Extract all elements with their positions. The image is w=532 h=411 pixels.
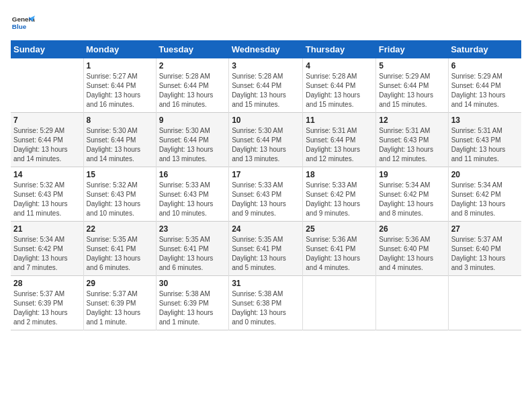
day-number: 3	[232, 61, 300, 71]
day-number: 24	[232, 224, 300, 234]
day-info: Sunrise: 5:29 AM Sunset: 6:44 PM Dayligh…	[379, 72, 445, 109]
day-number: 29	[87, 279, 153, 288]
day-number: 20	[451, 170, 519, 179]
calendar-cell: 16Sunrise: 5:33 AM Sunset: 6:43 PM Dayli…	[156, 167, 228, 222]
calendar-header-row: SundayMondayTuesdayWednesdayThursdayFrid…	[11, 40, 521, 58]
calendar-cell: 7Sunrise: 5:29 AM Sunset: 6:44 PM Daylig…	[11, 113, 83, 167]
day-number: 18	[306, 170, 373, 179]
day-info: Sunrise: 5:37 AM Sunset: 6:40 PM Dayligh…	[451, 235, 519, 273]
day-number: 14	[13, 170, 81, 179]
day-info: Sunrise: 5:32 AM Sunset: 6:43 PM Dayligh…	[13, 181, 81, 218]
calendar-cell: 8Sunrise: 5:30 AM Sunset: 6:44 PM Daylig…	[83, 113, 156, 167]
calendar-cell	[11, 58, 83, 113]
calendar-week-row: 1Sunrise: 5:27 AM Sunset: 6:44 PM Daylig…	[11, 58, 521, 113]
day-info: Sunrise: 5:31 AM Sunset: 6:44 PM Dayligh…	[306, 126, 373, 164]
day-number: 23	[159, 224, 226, 234]
day-number: 30	[159, 279, 226, 288]
day-info: Sunrise: 5:38 AM Sunset: 6:38 PM Dayligh…	[232, 289, 300, 327]
calendar-cell: 24Sunrise: 5:35 AM Sunset: 6:41 PM Dayli…	[229, 222, 303, 276]
day-number: 26	[379, 224, 445, 234]
calendar-table: SundayMondayTuesdayWednesdayThursdayFrid…	[11, 40, 521, 330]
calendar-cell: 27Sunrise: 5:37 AM Sunset: 6:40 PM Dayli…	[448, 222, 521, 276]
day-number: 11	[306, 116, 373, 125]
calendar-cell: 11Sunrise: 5:31 AM Sunset: 6:44 PM Dayli…	[303, 113, 376, 167]
calendar-cell: 10Sunrise: 5:30 AM Sunset: 6:44 PM Dayli…	[229, 113, 303, 167]
day-info: Sunrise: 5:34 AM Sunset: 6:42 PM Dayligh…	[451, 181, 519, 218]
calendar-cell: 1Sunrise: 5:27 AM Sunset: 6:44 PM Daylig…	[83, 58, 156, 113]
day-info: Sunrise: 5:33 AM Sunset: 6:43 PM Dayligh…	[159, 181, 226, 218]
day-info: Sunrise: 5:34 AM Sunset: 6:42 PM Dayligh…	[379, 181, 445, 218]
day-number: 13	[451, 116, 519, 125]
day-info: Sunrise: 5:28 AM Sunset: 6:44 PM Dayligh…	[159, 72, 226, 109]
day-number: 10	[232, 116, 300, 125]
calendar-cell: 30Sunrise: 5:38 AM Sunset: 6:39 PM Dayli…	[156, 276, 228, 330]
day-info: Sunrise: 5:32 AM Sunset: 6:43 PM Dayligh…	[87, 181, 153, 218]
calendar-cell: 9Sunrise: 5:30 AM Sunset: 6:44 PM Daylig…	[156, 113, 228, 167]
day-number: 27	[451, 224, 519, 234]
day-number: 17	[232, 170, 300, 179]
calendar-cell	[376, 276, 448, 330]
day-info: Sunrise: 5:35 AM Sunset: 6:41 PM Dayligh…	[232, 235, 300, 273]
calendar-cell: 15Sunrise: 5:32 AM Sunset: 6:43 PM Dayli…	[83, 167, 156, 222]
day-header-thursday: Thursday	[303, 40, 376, 58]
day-info: Sunrise: 5:36 AM Sunset: 6:40 PM Dayligh…	[379, 235, 445, 273]
day-info: Sunrise: 5:33 AM Sunset: 6:43 PM Dayligh…	[232, 181, 300, 218]
day-info: Sunrise: 5:29 AM Sunset: 6:44 PM Dayligh…	[13, 126, 81, 164]
day-number: 28	[13, 279, 81, 288]
calendar-cell: 18Sunrise: 5:33 AM Sunset: 6:42 PM Dayli…	[303, 167, 376, 222]
calendar-cell: 22Sunrise: 5:35 AM Sunset: 6:41 PM Dayli…	[83, 222, 156, 276]
calendar-cell: 28Sunrise: 5:37 AM Sunset: 6:39 PM Dayli…	[11, 276, 83, 330]
day-info: Sunrise: 5:30 AM Sunset: 6:44 PM Dayligh…	[159, 126, 226, 164]
day-number: 31	[232, 279, 300, 288]
day-info: Sunrise: 5:30 AM Sunset: 6:44 PM Dayligh…	[87, 126, 153, 164]
day-info: Sunrise: 5:35 AM Sunset: 6:41 PM Dayligh…	[159, 235, 226, 273]
day-header-saturday: Saturday	[448, 40, 521, 58]
day-info: Sunrise: 5:31 AM Sunset: 6:43 PM Dayligh…	[379, 126, 445, 164]
day-number: 25	[306, 224, 373, 234]
day-number: 21	[13, 224, 81, 234]
day-info: Sunrise: 5:28 AM Sunset: 6:44 PM Dayligh…	[232, 72, 300, 109]
calendar-week-row: 21Sunrise: 5:34 AM Sunset: 6:42 PM Dayli…	[11, 222, 521, 276]
day-number: 19	[379, 170, 445, 179]
calendar-cell: 12Sunrise: 5:31 AM Sunset: 6:43 PM Dayli…	[376, 113, 448, 167]
day-info: Sunrise: 5:35 AM Sunset: 6:41 PM Dayligh…	[87, 235, 153, 273]
day-info: Sunrise: 5:37 AM Sunset: 6:39 PM Dayligh…	[13, 289, 81, 327]
day-number: 4	[306, 61, 373, 71]
day-info: Sunrise: 5:29 AM Sunset: 6:44 PM Dayligh…	[451, 72, 519, 109]
calendar-cell: 6Sunrise: 5:29 AM Sunset: 6:44 PM Daylig…	[448, 58, 521, 113]
logo: General Blue	[11, 11, 35, 35]
calendar-cell: 14Sunrise: 5:32 AM Sunset: 6:43 PM Dayli…	[11, 167, 83, 222]
day-info: Sunrise: 5:31 AM Sunset: 6:43 PM Dayligh…	[451, 126, 519, 164]
calendar-cell: 26Sunrise: 5:36 AM Sunset: 6:40 PM Dayli…	[376, 222, 448, 276]
day-header-wednesday: Wednesday	[229, 40, 303, 58]
day-info: Sunrise: 5:28 AM Sunset: 6:44 PM Dayligh…	[306, 72, 373, 109]
page-header: General Blue	[11, 11, 521, 35]
day-info: Sunrise: 5:37 AM Sunset: 6:39 PM Dayligh…	[87, 289, 153, 327]
calendar-cell: 17Sunrise: 5:33 AM Sunset: 6:43 PM Dayli…	[229, 167, 303, 222]
day-info: Sunrise: 5:38 AM Sunset: 6:39 PM Dayligh…	[159, 289, 226, 327]
calendar-week-row: 28Sunrise: 5:37 AM Sunset: 6:39 PM Dayli…	[11, 276, 521, 330]
day-number: 15	[87, 170, 153, 179]
day-number: 16	[159, 170, 226, 179]
day-number: 2	[159, 61, 226, 71]
calendar-cell: 3Sunrise: 5:28 AM Sunset: 6:44 PM Daylig…	[229, 58, 303, 113]
day-info: Sunrise: 5:27 AM Sunset: 6:44 PM Dayligh…	[87, 72, 153, 109]
calendar-cell: 25Sunrise: 5:36 AM Sunset: 6:41 PM Dayli…	[303, 222, 376, 276]
calendar-cell: 21Sunrise: 5:34 AM Sunset: 6:42 PM Dayli…	[11, 222, 83, 276]
day-header-sunday: Sunday	[11, 40, 83, 58]
day-number: 12	[379, 116, 445, 125]
calendar-cell	[303, 276, 376, 330]
day-info: Sunrise: 5:34 AM Sunset: 6:42 PM Dayligh…	[13, 235, 81, 273]
day-header-monday: Monday	[83, 40, 156, 58]
day-number: 9	[159, 116, 226, 125]
day-header-tuesday: Tuesday	[156, 40, 228, 58]
calendar-cell: 13Sunrise: 5:31 AM Sunset: 6:43 PM Dayli…	[448, 113, 521, 167]
day-number: 22	[87, 224, 153, 234]
day-info: Sunrise: 5:36 AM Sunset: 6:41 PM Dayligh…	[306, 235, 373, 273]
calendar-cell: 23Sunrise: 5:35 AM Sunset: 6:41 PM Dayli…	[156, 222, 228, 276]
calendar-cell	[448, 276, 521, 330]
day-number: 8	[87, 116, 153, 125]
calendar-week-row: 14Sunrise: 5:32 AM Sunset: 6:43 PM Dayli…	[11, 167, 521, 222]
calendar-week-row: 7Sunrise: 5:29 AM Sunset: 6:44 PM Daylig…	[11, 113, 521, 167]
calendar-cell: 5Sunrise: 5:29 AM Sunset: 6:44 PM Daylig…	[376, 58, 448, 113]
